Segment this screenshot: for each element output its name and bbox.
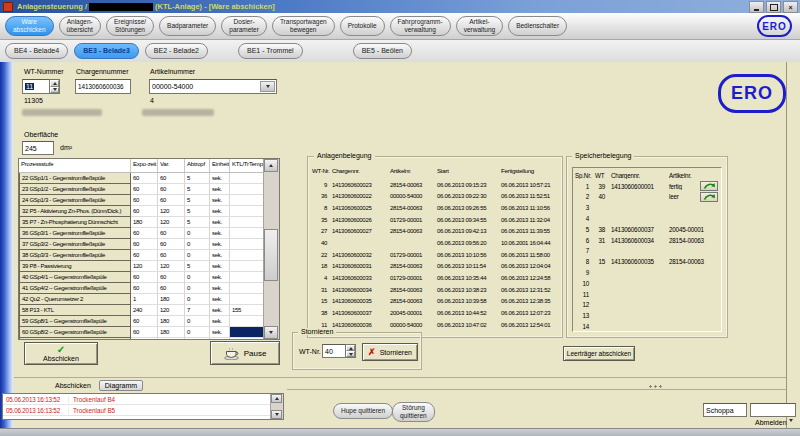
scroll-down-icon[interactable] [271, 410, 282, 419]
chevron-down-icon[interactable] [260, 81, 275, 92]
process-cell[interactable]: sek. [210, 217, 230, 228]
stornieren-wt-stepper[interactable]: 40 [322, 344, 356, 358]
toolbar-button[interactable]: Ereignisse/ Störungen [106, 16, 154, 36]
process-cell[interactable]: 60 [158, 283, 185, 294]
process-cell[interactable]: 180 [131, 217, 158, 228]
process-cell[interactable]: 60 [158, 228, 185, 239]
close-icon[interactable]: × [783, 1, 798, 13]
splitter-grip-icon[interactable] [648, 385, 662, 388]
process-cell[interactable]: sek. [210, 239, 230, 250]
process-cell[interactable] [230, 316, 264, 327]
process-cell[interactable]: 37 GSp3/2 - Gegenstromfließspüle [19, 239, 131, 250]
process-cell[interactable] [230, 338, 264, 340]
process-cell[interactable]: sek. [210, 272, 230, 283]
artikelnummer-combobox[interactable]: 00000-54000 [149, 79, 277, 94]
process-cell[interactable]: 24 GSp1/3 - Gegenstromfließspüle [19, 195, 131, 206]
process-cell[interactable]: sek. [210, 195, 230, 206]
process-cell[interactable] [230, 250, 264, 261]
scroll-up-icon[interactable] [264, 159, 278, 172]
process-cell[interactable] [158, 338, 185, 340]
process-cell[interactable]: 60 [131, 239, 158, 250]
process-cell[interactable]: 7 [185, 305, 210, 316]
process-cell[interactable]: 120 [158, 305, 185, 316]
process-cell[interactable]: 180 [158, 294, 185, 305]
process-cell[interactable] [230, 239, 264, 250]
process-cell[interactable] [230, 327, 264, 338]
process-cell[interactable] [185, 338, 210, 340]
toolbar-button[interactable]: Badparameter [159, 16, 216, 36]
hupe-quittieren-button[interactable]: Hupe quittieren [333, 403, 393, 419]
stornieren-button[interactable]: ✗ Stornieren [362, 343, 418, 361]
process-cell[interactable]: sek. [210, 316, 230, 327]
process-cell[interactable]: 0 [185, 327, 210, 338]
process-cell[interactable]: 0 [185, 228, 210, 239]
process-cell[interactable]: 40 GSp4/1 – Gegenstromfließspüle [19, 272, 131, 283]
process-cell[interactable]: 39 P8 - Passivierung [19, 261, 131, 272]
process-cell[interactable]: 58 P13 - KTL [19, 305, 131, 316]
abmelden-menu[interactable]: Abmelden [755, 419, 787, 426]
process-cell[interactable]: 1 [131, 294, 158, 305]
process-cell[interactable]: sek. [210, 283, 230, 294]
process-cell[interactable] [230, 173, 264, 184]
pause-button[interactable]: Pause [210, 341, 280, 365]
process-cell[interactable] [230, 184, 264, 195]
process-cell[interactable]: 5 [185, 173, 210, 184]
scroll-up-icon[interactable] [271, 394, 282, 403]
process-table-scrollbar[interactable] [263, 159, 279, 339]
process-cell[interactable]: 35 P7 - Zn-Phosphatierung Dünnschicht [19, 217, 131, 228]
stoerung-quittieren-button[interactable]: Störung quittieren [392, 402, 435, 422]
splitter[interactable] [287, 389, 786, 390]
process-cell[interactable]: 36 GSp3/1 - Gegenstromfließspüle [19, 228, 131, 239]
secondary-field[interactable] [750, 403, 796, 417]
wt-spin-down-icon[interactable] [50, 87, 59, 94]
process-cell[interactable]: 60 [131, 327, 158, 338]
process-cell[interactable]: sek. [210, 173, 230, 184]
process-cell[interactable] [131, 338, 158, 340]
process-cell[interactable]: 38 GSp3/3 - Gegenstromfließspüle [19, 250, 131, 261]
process-cell[interactable]: 5 [185, 206, 210, 217]
process-cell[interactable]: 120 [158, 217, 185, 228]
process-cell[interactable]: 5 [185, 184, 210, 195]
toolbar-button[interactable]: Transportwagen bewegen [272, 16, 335, 36]
process-cell[interactable]: 120 [131, 261, 158, 272]
process-cell[interactable]: sek. [210, 261, 230, 272]
process-cell[interactable]: 60 [158, 239, 185, 250]
process-cell[interactable]: 60 [131, 316, 158, 327]
toolbar-button[interactable]: Dosier- parameter [221, 16, 267, 36]
process-cell[interactable] [230, 272, 264, 283]
process-cell[interactable]: sek. [210, 327, 230, 338]
event-log-scrollbar[interactable] [270, 394, 283, 419]
process-cell[interactable]: 0 [185, 283, 210, 294]
process-cell[interactable]: 5 [185, 195, 210, 206]
process-cell[interactable]: sek. [210, 184, 230, 195]
oberflaeche-input[interactable]: 245 [22, 141, 54, 155]
station-tab[interactable]: BE3 - Belade3 [74, 43, 139, 59]
process-cell[interactable]: 42 Qu2 - Querumsetzer 2 [19, 294, 131, 305]
process-cell[interactable] [230, 195, 264, 206]
toolbar-button[interactable]: Anlagen- übersicht [59, 16, 101, 36]
toolbar-button[interactable]: Bedienschalter [508, 16, 567, 36]
process-cell[interactable]: sek. [210, 206, 230, 217]
process-cell[interactable]: 60 GSp8/2 – Gegenstromfließspüle [19, 327, 131, 338]
wt-nummer-stepper[interactable]: 11 [22, 79, 60, 94]
process-cell[interactable] [230, 206, 264, 217]
process-cell[interactable] [230, 217, 264, 228]
user-field[interactable]: Schoppa [703, 403, 747, 417]
process-cell[interactable]: 60 [131, 250, 158, 261]
leertraeger-button[interactable]: Leerträger abschicken [563, 346, 635, 361]
process-cell[interactable]: 22 GSp1/1 - Gegenstromfließspüle [19, 173, 131, 184]
wt-nummer-input[interactable]: 11 [22, 79, 49, 94]
process-cell[interactable]: 180 [158, 316, 185, 327]
process-cell[interactable]: 60 [131, 173, 158, 184]
process-cell[interactable]: 240 [131, 305, 158, 316]
maximize-icon[interactable] [766, 1, 781, 13]
process-cell[interactable]: sek. [210, 228, 230, 239]
process-cell[interactable]: 5 [185, 261, 210, 272]
storno-spin-down-icon[interactable] [346, 351, 355, 357]
process-cell[interactable]: 60 [131, 206, 158, 217]
abschicken-button[interactable]: ✓ Abschicken [24, 342, 98, 365]
process-cell[interactable]: 155 [230, 305, 264, 316]
process-cell[interactable]: 5 [185, 217, 210, 228]
process-cell[interactable]: 120 [158, 206, 185, 217]
process-cell[interactable]: 60 [158, 173, 185, 184]
